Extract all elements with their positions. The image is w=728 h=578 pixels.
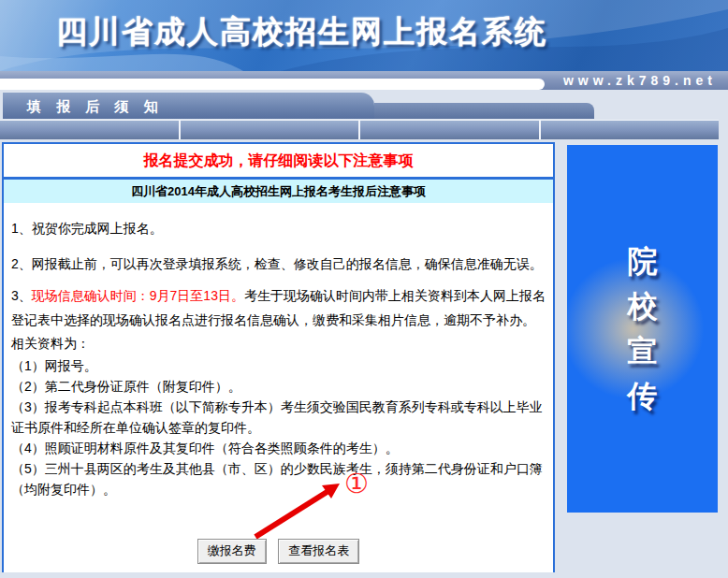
nav-segment-4[interactable] <box>541 121 720 139</box>
tab-bar-extension <box>374 103 594 119</box>
note-2: 2、网报截止前，可以再次登录填报系统，检查、修改自己的报名信息，确保信息准确无误… <box>11 252 547 276</box>
requirement-1: （1）网报号。 <box>11 355 547 376</box>
promo-char-2: 校 <box>628 283 658 328</box>
note-3: 3、现场信息确认时间：9月7日至13日。考生于现场确认时间内带上相关资料到本人网… <box>11 283 547 332</box>
note-1: 1、祝贺你完成网上报名。 <box>11 216 547 240</box>
tab-post-registration-notice[interactable]: 填 报 后 须 知 <box>3 93 374 119</box>
promo-char-1: 院 <box>628 238 658 283</box>
notes: 1、祝贺你完成网上报名。 2、网报截止前，可以再次登录填报系统，检查、修改自己的… <box>4 203 553 499</box>
page: 四川省成人高校招生网上报名系统 www.zk789.net 填 报 后 须 知 … <box>0 0 728 578</box>
view-form-button[interactable]: 查看报名表 <box>278 539 359 564</box>
success-message: 报名提交成功，请仔细阅读以下注意事项 <box>4 144 553 180</box>
site-title: 四川省成人高校招生网上报名系统 <box>56 11 547 53</box>
nav-segment-2[interactable] <box>181 121 359 139</box>
notice-title-bar: 四川省2014年成人高校招生网上报名考生报后注意事项 <box>4 180 553 203</box>
site-url: www.zk789.net <box>563 71 717 90</box>
related-materials-label: 相关资料为： <box>11 332 547 355</box>
promo-char-3: 宣 <box>628 328 658 373</box>
nav-segment-3[interactable] <box>360 121 539 139</box>
note-3-red-text: 现场信息确认时间：9月7日至13日。 <box>32 288 244 303</box>
white-notch <box>0 79 545 90</box>
button-row: 缴报名费 查看报名表 <box>4 539 553 564</box>
tab-label: 填 报 后 须 知 <box>3 93 374 116</box>
annotation-marker: ① <box>344 468 369 499</box>
pay-fee-button[interactable]: 缴报名费 <box>197 539 267 564</box>
content-panel: 报名提交成功，请仔细阅读以下注意事项 四川省2014年成人高校招生网上报名考生报… <box>2 142 555 572</box>
requirement-4: （4）照顾证明材料原件及其复印件（符合各类照顾条件的考生）。 <box>11 438 547 458</box>
requirement-3: （3）报考专科起点本科班（以下简称专升本）考生须交验国民教育系列专科或专科以上毕… <box>11 397 547 438</box>
requirement-2: （2）第二代身份证原件（附复印件）。 <box>11 376 547 397</box>
nav-segment-1[interactable] <box>0 121 179 139</box>
note-3-prefix: 3、 <box>11 288 32 303</box>
site-banner: 四川省成人高校招生网上报名系统 <box>0 0 728 71</box>
promo-char-4: 传 <box>628 373 658 418</box>
college-promo-sidebar[interactable]: 院 校 宣 传 <box>567 145 718 513</box>
nav-bar <box>0 120 719 139</box>
annotation-arrow-icon <box>242 473 355 546</box>
